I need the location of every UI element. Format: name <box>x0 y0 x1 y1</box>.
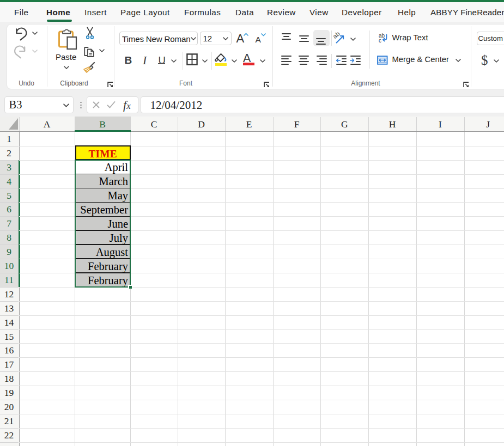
svg-text:c: c <box>379 38 381 44</box>
